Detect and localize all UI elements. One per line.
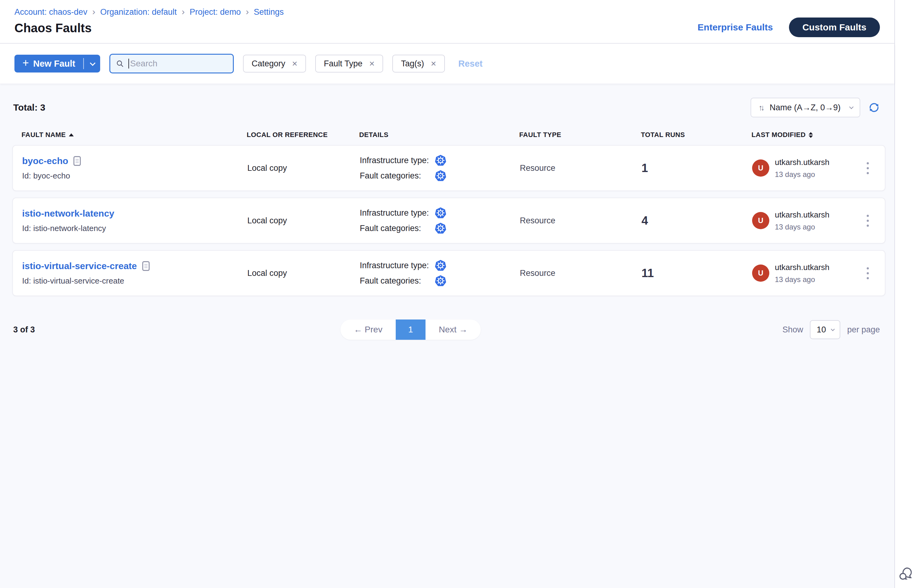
custom-faults-button[interactable]: Custom Faults [789,18,880,37]
new-fault-dropdown-button[interactable] [84,62,100,66]
copy-manifest-icon[interactable] [73,156,81,166]
row-menu-button[interactable] [849,212,886,230]
right-rail [894,0,918,588]
total-runs-cell: 11 [642,267,752,280]
modified-time: 13 days ago [775,275,829,284]
infrastructure-type-label: Infrastructure type: [360,208,435,218]
sort-dropdown[interactable]: ↑↓ Name (A→Z, 0→9) [751,98,860,117]
new-fault-split-button: + New Fault [15,55,100,73]
chevron-down-icon [849,105,853,109]
table-row[interactable]: byoc-echo Id: byoc-echo Local copy Infra… [12,145,886,191]
fault-type-cell: Resource [520,216,642,226]
filter-chip-fault-type[interactable]: Fault Type × [315,55,383,73]
chevron-down-icon [831,327,835,331]
current-page-button[interactable]: 1 [396,320,425,340]
toolbar: + New Fault Category × Fau [0,44,894,84]
plus-icon: + [23,57,29,68]
details-cell: Infrastructure type: [360,259,520,287]
local-or-reference-cell: Local copy [247,163,360,173]
column-label: DETAILS [359,131,388,139]
fault-type-cell: Resource [520,163,642,173]
top-bar-actions: Enterprise Faults Custom Faults [698,12,880,43]
fault-name-cell: istio-virtual-service-create Id: istio-v… [22,261,247,286]
sort-both-icon [809,132,813,138]
kubernetes-icon[interactable] [435,275,447,287]
breadcrumb-separator-icon: › [246,7,249,16]
kubernetes-icon[interactable] [435,154,447,166]
enterprise-faults-link[interactable]: Enterprise Faults [698,22,773,32]
page-size-controls: Show 10 per page [782,320,880,339]
table-row[interactable]: istio-virtual-service-create Id: istio-v… [12,250,886,296]
close-icon[interactable]: × [292,59,298,68]
kubernetes-icon[interactable] [435,222,447,234]
search-input[interactable] [128,59,227,68]
sort-controls: ↑↓ Name (A→Z, 0→9) [751,98,880,117]
column-label: FAULT NAME [21,131,66,139]
table-row[interactable]: istio-network-latency Id: istio-network-… [12,197,886,244]
copy-manifest-icon[interactable] [142,261,150,271]
filter-chip-tags[interactable]: Tag(s) × [392,55,445,73]
total-runs-cell: 1 [642,162,752,175]
fault-categories-label: Fault categories: [360,224,435,233]
avatar: U [752,160,769,177]
breadcrumb-project[interactable]: Project: demo [189,7,241,17]
infrastructure-type-label: Infrastructure type: [360,261,435,270]
modified-by: utkarsh.utkarsh [775,263,829,272]
total-runs-cell: 4 [642,214,752,227]
pager: ← Prev 1 Next → [340,320,481,340]
pagination-row: 3 of 3 ← Prev 1 Next → Show 10 per page [0,320,894,339]
kubernetes-icon[interactable] [435,259,447,271]
breadcrumb-and-title: Account: chaos-dev › Organization: defau… [15,6,284,43]
filter-chip-label: Category [252,59,285,68]
show-label: Show [782,325,803,334]
kubernetes-icon[interactable] [435,207,447,219]
modified-by: utkarsh.utkarsh [775,158,829,167]
new-fault-label: New Fault [33,59,75,69]
breadcrumb-organization[interactable]: Organization: default [100,7,177,17]
column-label: TOTAL RUNS [641,131,685,139]
fault-name-link[interactable]: byoc-echo [22,156,68,166]
pagination-summary: 3 of 3 [13,325,35,334]
prev-page-button[interactable]: ← Prev [340,325,396,334]
column-fault-name[interactable]: FAULT NAME [21,131,247,139]
list-header: Total: 3 ↑↓ Name (A→Z, 0→9) [0,84,894,117]
filter-chip-label: Tag(s) [401,59,424,68]
page-size-dropdown[interactable]: 10 [810,320,840,339]
column-last-modified[interactable]: LAST MODIFIED [752,131,849,139]
fault-name-link[interactable]: istio-virtual-service-create [22,261,137,271]
close-icon[interactable]: × [369,59,375,68]
new-fault-button[interactable]: + New Fault [15,58,83,69]
last-modified-cell: U utkarsh.utkarsh 13 days ago [752,263,849,284]
details-cell: Infrastructure type: [360,207,520,234]
last-modified-cell: U utkarsh.utkarsh 13 days ago [752,210,849,231]
row-menu-button[interactable] [849,264,886,282]
column-label: FAULT TYPE [519,131,561,139]
details-cell: Infrastructure type: [360,154,520,182]
column-details: DETAILS [359,131,519,139]
help-chat-button[interactable] [898,566,914,583]
sort-arrows-icon: ↑↓ [758,103,763,112]
sort-ascending-icon [69,133,74,136]
modified-time: 13 days ago [775,170,829,179]
search-box [109,54,234,73]
fault-name-link[interactable]: istio-network-latency [22,208,114,219]
refresh-button[interactable] [868,102,880,113]
column-total-runs: TOTAL RUNS [641,131,752,139]
per-page-label: per page [847,325,880,334]
fault-categories-label: Fault categories: [360,276,435,286]
avatar: U [752,265,769,282]
fault-name-cell: istio-network-latency Id: istio-network-… [22,208,247,233]
chaos-faults-page: Account: chaos-dev › Organization: defau… [0,0,918,588]
fault-name-cell: byoc-echo Id: byoc-echo [22,156,247,181]
row-menu-button[interactable] [849,159,886,177]
column-label: LOCAL OR REFERENCE [247,131,328,139]
breadcrumb-account[interactable]: Account: chaos-dev [15,7,87,17]
breadcrumb-settings[interactable]: Settings [254,7,284,17]
filter-chip-category[interactable]: Category × [243,55,306,73]
kubernetes-icon[interactable] [435,170,447,182]
close-icon[interactable]: × [431,59,436,68]
next-page-button[interactable]: Next → [425,325,481,334]
fault-id: Id: istio-virtual-service-create [22,276,247,286]
reset-filters-button[interactable]: Reset [458,59,483,69]
column-local-or-reference: LOCAL OR REFERENCE [247,131,359,139]
